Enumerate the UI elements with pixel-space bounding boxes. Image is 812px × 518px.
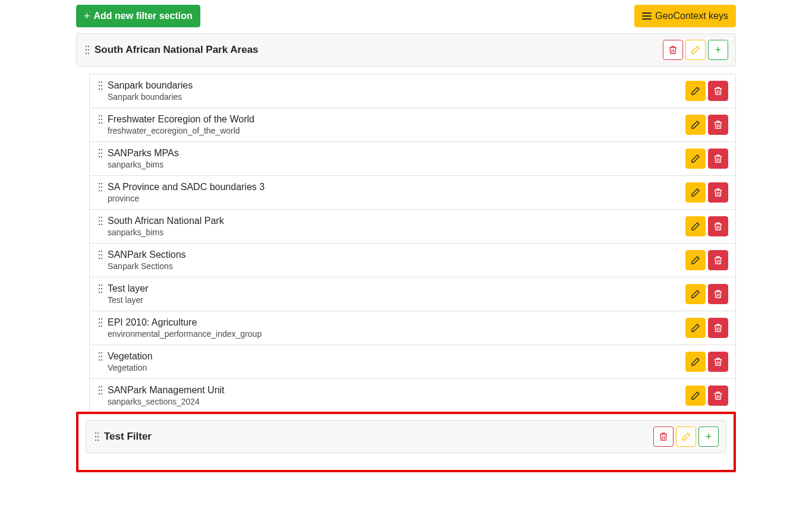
plus-icon: + — [706, 431, 712, 442]
item-left: SANParks MPAssanparks_bims — [97, 148, 685, 169]
add-item-button[interactable]: + — [698, 427, 719, 447]
geocontext-keys-button[interactable]: GeoContext keys — [634, 5, 736, 27]
item-title-wrap: Test layer — [97, 283, 685, 294]
delete-item-button[interactable] — [708, 386, 728, 406]
edit-section-button[interactable] — [685, 40, 706, 60]
svg-point-19 — [99, 122, 100, 124]
pencil-icon — [691, 188, 700, 197]
svg-point-10 — [101, 81, 102, 83]
svg-point-27 — [99, 183, 100, 184]
top-toolbar: + Add new filter section GeoContext keys — [76, 5, 736, 27]
item-title-wrap: SANParks MPAs — [97, 148, 685, 159]
list-icon — [642, 12, 652, 20]
svg-point-48 — [101, 288, 102, 289]
item-title-wrap: South African National Park — [97, 216, 685, 226]
highlight-box: Test Filter + — [76, 412, 736, 472]
filter-item-row: VegetationVegetation — [90, 345, 735, 379]
drag-handle-icon[interactable] — [97, 81, 104, 90]
delete-item-button[interactable] — [708, 352, 728, 372]
item-left: Test layerTest layer — [97, 283, 685, 305]
drag-handle-icon[interactable] — [93, 432, 100, 441]
delete-item-button[interactable] — [708, 81, 728, 101]
drag-handle-icon[interactable] — [84, 45, 91, 55]
edit-item-button[interactable] — [685, 284, 706, 304]
edit-section-button[interactable] — [676, 427, 696, 447]
svg-point-43 — [99, 258, 100, 259]
add-item-button[interactable]: + — [708, 40, 728, 60]
filter-section: South African National Park Areas + — [76, 33, 736, 67]
section-header: South African National Park Areas + — [77, 34, 735, 66]
edit-item-button[interactable] — [685, 182, 706, 203]
svg-point-46 — [101, 285, 102, 286]
svg-point-20 — [101, 122, 102, 124]
add-filter-section-button[interactable]: + Add new filter section — [76, 5, 200, 27]
svg-point-12 — [101, 85, 102, 86]
delete-item-button[interactable] — [708, 250, 728, 270]
edit-item-button[interactable] — [685, 216, 706, 236]
items-list: Sanpark boundariesSanpark boundariesFres… — [89, 74, 736, 413]
svg-point-72 — [97, 436, 99, 437]
svg-point-70 — [97, 432, 99, 434]
svg-point-51 — [99, 318, 100, 320]
delete-item-button[interactable] — [708, 318, 728, 338]
delete-section-button[interactable] — [663, 40, 683, 60]
svg-point-69 — [95, 432, 96, 434]
edit-item-button[interactable] — [685, 115, 706, 135]
drag-handle-icon[interactable] — [97, 284, 104, 293]
svg-point-23 — [99, 153, 100, 154]
edit-item-button[interactable] — [685, 386, 706, 406]
item-title: Freshwater Ecoregion of the World — [108, 114, 254, 125]
edit-item-button[interactable] — [685, 352, 706, 372]
delete-item-button[interactable] — [708, 115, 728, 135]
filter-item-row: Test layerTest layer — [90, 277, 735, 311]
edit-item-button[interactable] — [685, 318, 706, 338]
delete-item-button[interactable] — [708, 182, 728, 203]
edit-item-button[interactable] — [685, 81, 706, 101]
svg-point-65 — [99, 390, 100, 391]
pencil-icon — [691, 46, 700, 54]
delete-item-button[interactable] — [708, 149, 728, 169]
item-subtitle: Sanpark boundaries — [108, 92, 685, 102]
item-title-wrap: Sanpark boundaries — [97, 80, 685, 91]
svg-point-21 — [99, 149, 100, 150]
delete-section-button[interactable] — [653, 427, 673, 447]
section-actions: + — [653, 427, 719, 447]
svg-point-64 — [101, 386, 102, 387]
svg-point-40 — [101, 251, 102, 252]
item-actions — [685, 149, 728, 169]
drag-handle-icon[interactable] — [97, 182, 104, 192]
svg-point-7 — [86, 53, 87, 54]
drag-handle-icon[interactable] — [97, 115, 104, 124]
svg-point-60 — [101, 356, 102, 357]
drag-handle-icon[interactable] — [97, 352, 104, 361]
svg-point-49 — [99, 292, 100, 293]
plus-icon: + — [84, 11, 90, 21]
trash-icon — [714, 154, 722, 163]
svg-point-58 — [101, 352, 102, 353]
filter-item-row: SANPark Management Unitsanparks_sections… — [90, 379, 735, 412]
delete-item-button[interactable] — [708, 284, 728, 304]
svg-point-30 — [101, 187, 102, 188]
drag-handle-icon[interactable] — [97, 386, 104, 395]
drag-handle-icon[interactable] — [97, 250, 104, 260]
drag-handle-icon[interactable] — [97, 149, 104, 158]
svg-point-55 — [99, 326, 100, 327]
svg-point-56 — [101, 326, 102, 327]
item-subtitle: sanparks_bims — [108, 228, 685, 237]
svg-point-29 — [99, 187, 100, 188]
drag-handle-icon[interactable] — [97, 216, 104, 226]
edit-item-button[interactable] — [685, 250, 706, 270]
edit-item-button[interactable] — [685, 149, 706, 169]
svg-point-53 — [99, 322, 100, 323]
drag-handle-icon[interactable] — [97, 318, 104, 327]
delete-item-button[interactable] — [708, 216, 728, 236]
pencil-icon — [691, 324, 700, 332]
svg-point-4 — [88, 46, 89, 47]
pencil-icon — [691, 256, 700, 264]
filter-item-row: SANPark SectionsSanpark Sections — [90, 244, 735, 277]
item-left: SANPark SectionsSanpark Sections — [97, 249, 685, 271]
trash-icon — [669, 45, 677, 55]
svg-point-11 — [99, 85, 100, 86]
svg-point-17 — [99, 119, 100, 120]
item-actions — [685, 318, 728, 338]
